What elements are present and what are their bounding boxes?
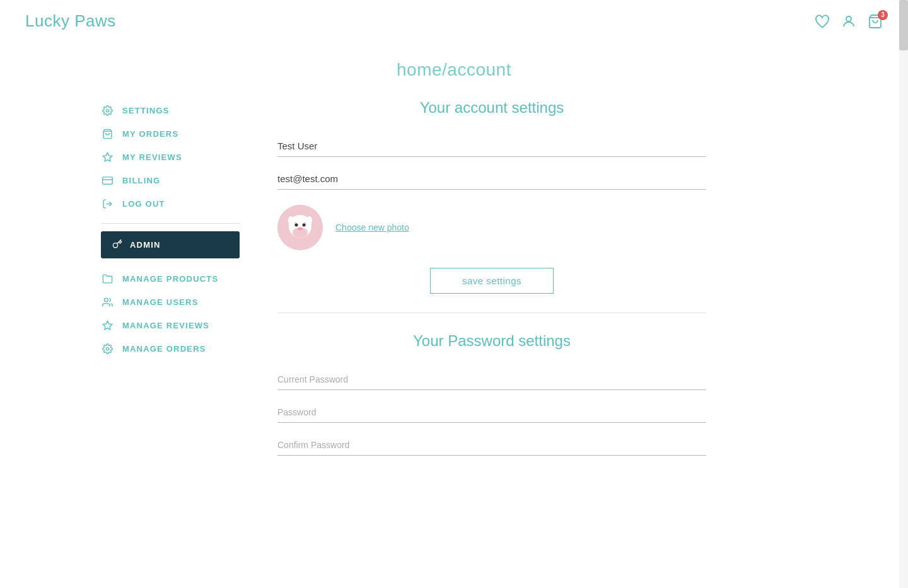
breadcrumb: home/account <box>0 42 908 99</box>
admin-label: ADMIN <box>130 240 161 250</box>
save-settings-button[interactable]: save settings <box>430 268 554 294</box>
header-icons: 3 <box>815 14 883 29</box>
confirm-password-input[interactable] <box>277 434 706 456</box>
key-icon <box>112 239 122 251</box>
sidebar-item-settings[interactable]: SETTINGS <box>101 99 240 122</box>
manage-reviews-label: MANAGE REVIEWS <box>122 321 209 330</box>
svg-point-8 <box>113 243 117 248</box>
cart-badge: 3 <box>878 10 888 20</box>
sidebar-billing-label: BILLING <box>122 176 160 185</box>
manage-orders-icon <box>101 343 114 354</box>
svg-rect-5 <box>102 177 112 184</box>
sidebar-item-my-orders[interactable]: MY ORDERS <box>101 122 240 146</box>
sidebar-item-manage-products[interactable]: MANAGE PRODUCTS <box>101 267 240 291</box>
current-password-input[interactable] <box>277 369 706 390</box>
users-icon <box>101 297 114 308</box>
sidebar-settings-label: SETTINGS <box>122 106 170 115</box>
sidebar-orders-label: MY ORDERS <box>122 129 178 139</box>
name-input[interactable] <box>277 135 706 157</box>
svg-point-2 <box>106 109 108 112</box>
sidebar-item-my-reviews[interactable]: MY REVIEWS <box>101 146 240 169</box>
scrollbar-track <box>899 0 908 588</box>
billing-icon <box>101 175 114 186</box>
svg-point-0 <box>846 16 851 21</box>
sidebar-item-manage-users[interactable]: MANAGE USERS <box>101 291 240 314</box>
orders-icon <box>101 129 114 139</box>
manage-products-label: MANAGE PRODUCTS <box>122 274 218 284</box>
name-field-wrapper <box>277 135 706 157</box>
account-settings-title: Your account settings <box>277 99 706 117</box>
password-settings-title: Your Password settings <box>277 332 706 350</box>
sidebar: SETTINGS MY ORDERS MY REVIEWS <box>101 99 240 467</box>
main-layout: SETTINGS MY ORDERS MY REVIEWS <box>76 99 832 467</box>
sidebar-item-logout[interactable]: LOG OUT <box>101 192 240 216</box>
scrollbar-thumb[interactable] <box>899 0 908 50</box>
site-logo: Lucky Paws <box>25 11 116 31</box>
avatar <box>277 205 323 250</box>
svg-marker-4 <box>103 153 112 161</box>
account-button[interactable] <box>841 14 856 29</box>
admin-button[interactable]: ADMIN <box>101 231 240 258</box>
manage-users-label: MANAGE USERS <box>122 297 199 307</box>
svg-point-21 <box>298 228 303 231</box>
logout-icon <box>101 199 114 209</box>
reviews-icon <box>101 152 114 163</box>
svg-point-11 <box>106 347 108 350</box>
email-input[interactable] <box>277 168 706 190</box>
main-content: Your account settings <box>277 99 706 467</box>
current-password-field-wrapper <box>277 369 706 390</box>
svg-point-19 <box>295 224 298 227</box>
confirm-password-field-wrapper <box>277 434 706 456</box>
cart-button[interactable]: 3 <box>868 14 883 29</box>
new-password-field-wrapper <box>277 401 706 423</box>
choose-photo-button[interactable]: Choose new photo <box>335 222 409 233</box>
sidebar-item-manage-orders[interactable]: MANAGE ORDERS <box>101 337 240 360</box>
section-divider <box>277 313 706 313</box>
sidebar-reviews-label: MY REVIEWS <box>122 153 182 162</box>
manage-orders-label: MANAGE ORDERS <box>122 344 206 354</box>
sidebar-item-manage-reviews[interactable]: MANAGE REVIEWS <box>101 314 240 337</box>
password-input[interactable] <box>277 401 706 423</box>
star-icon <box>101 320 114 331</box>
gear-icon <box>101 105 114 116</box>
email-field-wrapper <box>277 168 706 190</box>
sidebar-divider <box>101 223 240 224</box>
sidebar-item-billing[interactable]: BILLING <box>101 169 240 192</box>
svg-marker-10 <box>103 321 112 329</box>
wishlist-button[interactable] <box>815 14 830 28</box>
folder-icon <box>101 274 114 284</box>
svg-point-20 <box>303 224 306 227</box>
photo-row: Choose new photo <box>277 205 706 250</box>
header: Lucky Paws 3 <box>0 0 908 42</box>
svg-point-9 <box>104 298 108 302</box>
sidebar-logout-label: LOG OUT <box>122 199 165 209</box>
